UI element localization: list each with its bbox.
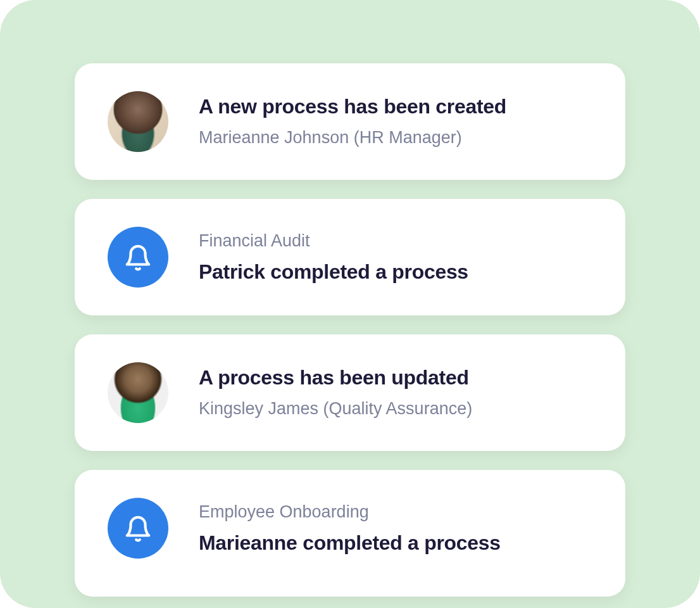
notification-text: Financial Audit Patrick completed a proc… bbox=[199, 230, 468, 284]
notification-card[interactable]: Employee Onboarding Marieanne completed … bbox=[75, 470, 625, 597]
notification-title: A process has been updated bbox=[199, 365, 472, 390]
notification-text: A new process has been created Marieanne… bbox=[199, 94, 506, 148]
avatar bbox=[108, 362, 168, 423]
notification-text: Employee Onboarding Marieanne completed … bbox=[199, 501, 501, 555]
notification-title: Patrick completed a process bbox=[199, 260, 468, 284]
notification-overline: Employee Onboarding bbox=[199, 501, 501, 523]
notification-card[interactable]: A new process has been created Marieanne… bbox=[75, 63, 625, 180]
notifications-panel: A new process has been created Marieanne… bbox=[0, 0, 700, 608]
avatar bbox=[108, 91, 168, 152]
notification-card[interactable]: Financial Audit Patrick completed a proc… bbox=[75, 199, 625, 315]
notification-subtitle: Marieanne Johnson (HR Manager) bbox=[199, 127, 506, 149]
notification-overline: Financial Audit bbox=[199, 230, 468, 252]
notification-title: A new process has been created bbox=[199, 94, 506, 118]
notification-subtitle: Kingsley James (Quality Assurance) bbox=[199, 398, 472, 420]
bell-icon bbox=[108, 498, 168, 559]
bell-icon bbox=[108, 227, 168, 288]
notification-card[interactable]: A process has been updated Kingsley Jame… bbox=[75, 334, 625, 451]
notification-title: Marieanne completed a process bbox=[199, 531, 501, 555]
notification-text: A process has been updated Kingsley Jame… bbox=[199, 365, 472, 419]
